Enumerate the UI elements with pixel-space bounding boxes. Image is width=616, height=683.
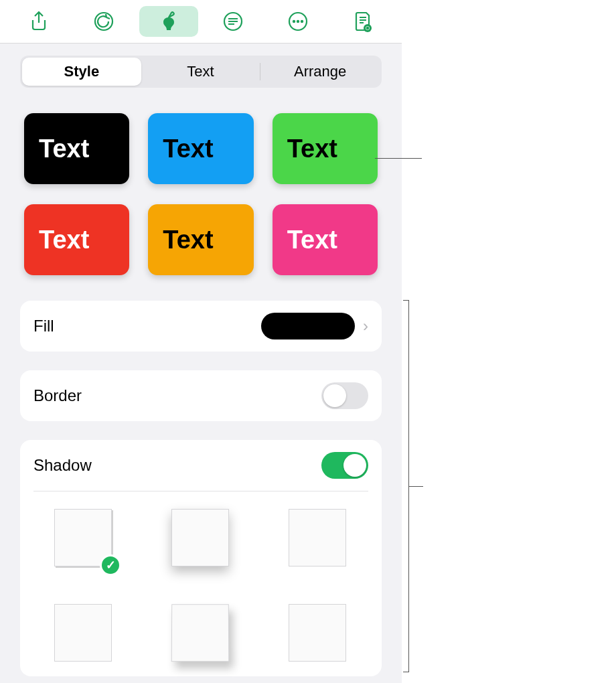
toolbar: [0, 0, 402, 44]
fill-row[interactable]: Fill ›: [20, 301, 382, 352]
shadow-option-3[interactable]: [289, 509, 348, 568]
chevron-right-icon: ›: [363, 317, 368, 335]
shadow-option-5[interactable]: [171, 604, 230, 663]
shadow-label: Shadow: [33, 456, 92, 475]
shadow-options: ✓: [20, 491, 382, 663]
content-area: Style Text Arrange Text Text Text Text T…: [0, 44, 402, 683]
preset-pink[interactable]: Text: [273, 204, 378, 275]
check-icon: ✓: [100, 554, 121, 576]
fill-label: Fill: [33, 317, 54, 335]
preset-black[interactable]: Text: [24, 113, 129, 184]
border-toggle[interactable]: [321, 382, 368, 409]
preset-red[interactable]: Text: [24, 204, 129, 275]
callout-tick-bottom: [403, 672, 408, 672]
share-button[interactable]: [9, 6, 68, 37]
border-row: Border: [20, 370, 382, 421]
fill-color-swatch[interactable]: [261, 313, 355, 339]
document-settings-button[interactable]: [204, 6, 262, 37]
shadow-option-6[interactable]: [289, 604, 348, 663]
undo-button[interactable]: [74, 6, 133, 37]
tab-style[interactable]: Style: [22, 58, 141, 86]
tab-text[interactable]: Text: [141, 58, 260, 86]
callout-tick-top2: [403, 300, 408, 301]
border-card: Border: [20, 370, 382, 421]
svg-point-4: [297, 20, 299, 23]
shadow-row: Shadow: [20, 440, 382, 491]
svg-point-8: [366, 27, 368, 29]
callout-line-presets: [375, 158, 422, 159]
callout-tick-mid: [408, 486, 423, 487]
style-settings: Fill › Border Shadow: [20, 301, 382, 676]
shadow-toggle[interactable]: [321, 452, 368, 479]
border-label: Border: [33, 386, 82, 405]
format-panel: Style Text Arrange Text Text Text Text T…: [0, 0, 402, 683]
svg-point-5: [301, 20, 303, 23]
preset-amber[interactable]: Text: [148, 204, 253, 275]
shadow-option-1[interactable]: ✓: [54, 509, 113, 568]
style-presets: Text Text Text Text Text Text: [20, 113, 382, 275]
tab-arrange[interactable]: Arrange: [260, 58, 380, 86]
preset-green[interactable]: Text: [273, 113, 378, 184]
more-button[interactable]: [268, 6, 327, 37]
shadow-card: Shadow ✓: [20, 440, 382, 676]
shadow-option-2[interactable]: [171, 509, 230, 568]
fill-card: Fill ›: [20, 301, 382, 352]
format-button[interactable]: [139, 6, 198, 37]
reader-view-button[interactable]: [333, 6, 392, 37]
shadow-option-4[interactable]: [54, 604, 113, 663]
tabs-segmented: Style Text Arrange: [20, 56, 382, 88]
preset-blue[interactable]: Text: [148, 113, 253, 184]
svg-point-3: [293, 20, 295, 23]
